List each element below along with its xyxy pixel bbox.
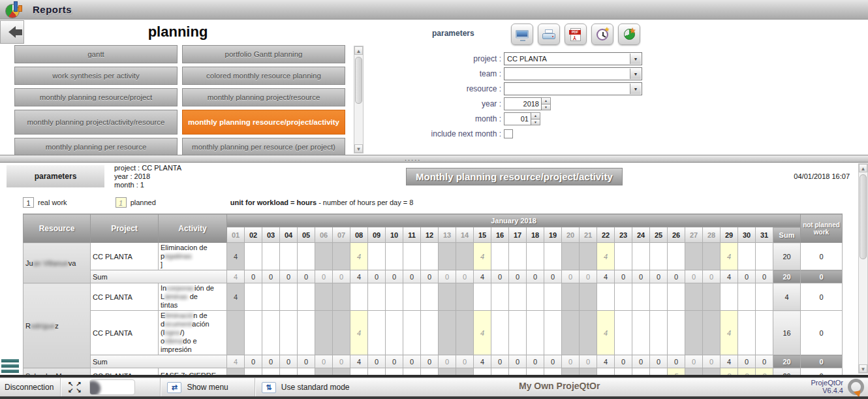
disconnection-button[interactable]: Disconnection [0, 378, 60, 396]
report-button-5[interactable]: monthly planning project/resource [182, 88, 345, 106]
report-button-3[interactable]: colored monthly resource planning [182, 67, 345, 85]
schedule-report-button[interactable]: ★ [591, 24, 613, 45]
day-cell [227, 368, 245, 375]
day-cell [421, 368, 439, 375]
new-report-button[interactable]: ★ [618, 24, 640, 45]
report-button-4[interactable]: monthly planning resource/project [14, 88, 178, 106]
project-cell: CC PLANTA [91, 283, 159, 311]
sum-value-cell: 0 [668, 270, 685, 283]
day-cell [650, 243, 668, 270]
menu-hamburger-icon[interactable] [1, 359, 19, 375]
day-cell [615, 243, 632, 270]
report-button-0[interactable]: gantt [14, 45, 178, 63]
panel-splitter[interactable]: ..... [0, 155, 868, 163]
sum-row: Sum4000000400000040000004000000400200 [23, 270, 843, 283]
day-cell [527, 283, 544, 311]
day-cell [562, 311, 580, 355]
day-cell [439, 283, 456, 311]
chevron-down-icon[interactable]: ▼ [630, 54, 641, 64]
day-cell [262, 243, 280, 270]
report-button-2[interactable]: work synthesis per activity [14, 67, 178, 85]
sum-value-cell: 0 [386, 270, 403, 283]
parameters-toggle-button[interactable]: parameters [7, 165, 104, 187]
splitter-handle[interactable]: ..... [405, 154, 421, 162]
month-header: January 2018 [227, 214, 801, 227]
print-button[interactable] [538, 24, 560, 45]
day-cell: 4 [597, 243, 615, 270]
scroll-up-icon[interactable]: ▲ [859, 164, 867, 172]
project-label: project : [418, 54, 501, 63]
report-button-8[interactable]: monthly planning per resource [14, 138, 178, 156]
year-input[interactable]: 2018 [504, 97, 542, 110]
day-header: 19 [544, 227, 562, 243]
show-menu-button[interactable]: ⇄ Show menu [161, 378, 234, 396]
sum-value-cell: 4 [597, 270, 615, 283]
day-cell [280, 243, 298, 270]
day-cell [756, 311, 773, 355]
project-select[interactable]: CC PLANTA ▼ [504, 52, 642, 65]
report-button-1[interactable]: portfolio Gantt planning [182, 45, 345, 63]
sum-value-cell: 0 [421, 355, 439, 368]
workload-unit-note: unit for workload = hours - number of ho… [230, 199, 414, 206]
month-stepper[interactable]: ▲▼ [531, 112, 540, 125]
report-list-scrollbar[interactable]: ▲ ▼ [354, 46, 364, 153]
sum-value-cell: 0 [668, 355, 685, 368]
chevron-down-icon[interactable]: ▼ [630, 84, 641, 94]
day-cell [632, 311, 650, 355]
report-datetime: 04/01/2018 16:07 [794, 172, 850, 180]
activity-row: Juan VillanuevaCC PLANTAEliminacion depe… [23, 243, 843, 270]
standard-mode-button[interactable]: ⇅ Use standard mode [255, 378, 356, 396]
report-scrollbar[interactable]: ▲ ▼ [858, 163, 868, 374]
day-header: 23 [615, 227, 632, 243]
day-cell [456, 368, 474, 375]
resource-cell: Salvador Monge [23, 368, 91, 375]
sum-value-cell: 0 [509, 270, 527, 283]
real-work-label: real work [38, 199, 67, 206]
pdf-export-button[interactable]: PDF⅄ [565, 24, 587, 45]
parameters-summary: project : CC PLANTA year : 2018 month : … [114, 164, 181, 189]
instance-name: My Own ProjeQtOr [519, 381, 600, 391]
avatar-photo [89, 381, 101, 395]
sum-value-cell: 0 [439, 355, 456, 368]
day-header: 29 [721, 227, 738, 243]
scroll-up-icon[interactable]: ▲ [354, 46, 363, 55]
report-category-title: planning [0, 24, 356, 40]
day-cell [474, 283, 491, 311]
day-cell [262, 283, 280, 311]
display-button[interactable] [511, 24, 533, 45]
chevron-down-icon[interactable]: ▼ [630, 69, 641, 79]
day-cell [245, 243, 262, 270]
report-button-7[interactable]: monthly planning resource/project/activi… [182, 110, 345, 135]
report-button-9[interactable]: monthly planning per resource (per proje… [182, 138, 345, 156]
resource-cell: Rodríguez [23, 283, 91, 368]
scroll-down-icon[interactable]: ▼ [859, 364, 867, 373]
fullscreen-button[interactable]: ↖↗↙↘ [65, 379, 84, 395]
report-button-6[interactable]: monthly planning project/activity/resour… [14, 110, 178, 135]
sum-value-cell: 0 [262, 355, 280, 368]
day-cell [298, 311, 315, 355]
user-avatar[interactable] [89, 379, 135, 395]
scrollbar-thumb[interactable] [860, 174, 867, 259]
scrollbar-thumb[interactable] [355, 57, 362, 104]
real-work-swatch: 1 [23, 197, 34, 208]
show-menu-icon: ⇄ [167, 382, 181, 393]
sum-value-cell: 0 [368, 270, 386, 283]
month-input[interactable]: 01 [504, 112, 531, 125]
project-cell: CC PLANTA [91, 311, 159, 355]
scroll-down-icon[interactable]: ▼ [354, 144, 363, 153]
npw-header: not planned work [801, 214, 843, 243]
team-select[interactable]: ▼ [504, 67, 642, 80]
day-cell [439, 368, 456, 375]
sum-value-cell: 0 [703, 355, 721, 368]
day-cell [597, 283, 615, 311]
day-cell [685, 283, 703, 311]
day-header: 15 [474, 227, 491, 243]
include-next-month-checkbox[interactable] [504, 129, 513, 138]
day-cell [544, 368, 562, 375]
resource-select[interactable]: ▼ [504, 82, 642, 95]
day-cell [527, 243, 544, 270]
day-header: 18 [527, 227, 544, 243]
day-cell [703, 368, 721, 375]
year-stepper[interactable]: ▲▼ [542, 97, 551, 110]
day-cell [456, 311, 474, 355]
